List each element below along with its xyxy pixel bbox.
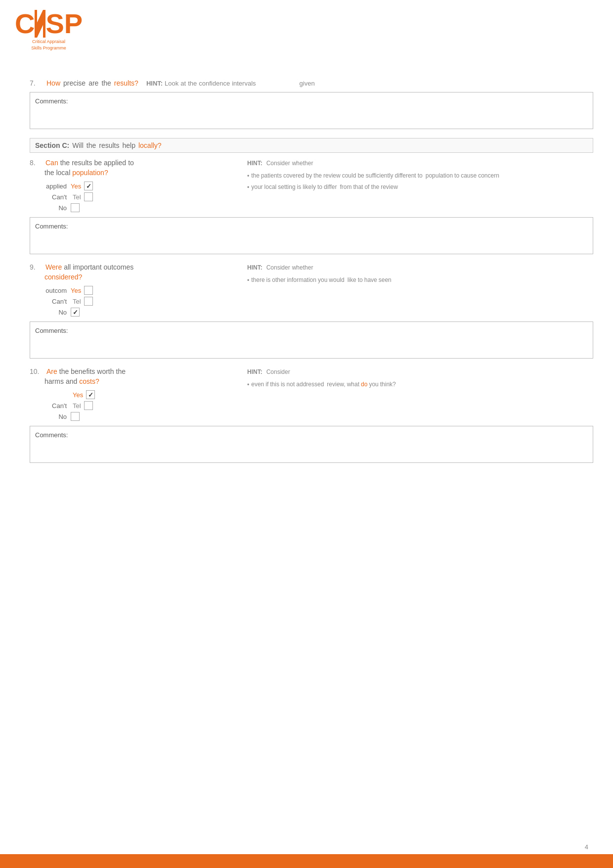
- q9-bullet1-text: there is other information you would lik…: [251, 275, 392, 285]
- q10-b1-not: not: [287, 380, 295, 389]
- q8-b2-setting: setting: [278, 183, 295, 192]
- q10-hint-header: HINT: Consider: [247, 367, 593, 377]
- page-footer: [0, 854, 613, 868]
- q10-bullet1-text: even if this is not addressed review, wh…: [251, 380, 396, 389]
- q10-b1-even: even: [251, 380, 264, 389]
- q9-cant-label: Can't: [40, 298, 67, 305]
- page-number: 4: [585, 843, 588, 851]
- q10-hint-block: HINT: Consider • even if this is not add…: [247, 367, 593, 391]
- logo-sp: SP: [45, 10, 83, 38]
- q8-applied-label: applied: [40, 183, 67, 190]
- q9-b1-there: there: [251, 275, 264, 285]
- q8-can: Can: [45, 159, 58, 167]
- q7-hint-look: Look: [165, 80, 178, 87]
- q10-cant-checkbox[interactable]: [84, 401, 93, 410]
- q9-b1-like: like: [348, 275, 356, 285]
- q10-row: 10. Are the benefits worth the harms and…: [30, 367, 593, 421]
- comments-box-4: Comments:: [30, 426, 593, 463]
- q8-b2-the: the: [371, 183, 379, 192]
- q8-yes-checkbox[interactable]: [84, 182, 93, 190]
- comments-label-4: Comments:: [35, 431, 68, 439]
- q8-the2: the: [44, 169, 54, 177]
- q8-cant-label: Can't: [40, 193, 67, 201]
- q10-bullet1: • even if this is not addressed review, …: [247, 380, 593, 390]
- q9-outcom-label: outcom: [40, 287, 67, 294]
- q9-hint-header: HINT: Consider whether: [247, 263, 593, 273]
- q8-bullet2: • your local setting is likely to differ…: [247, 183, 593, 192]
- q9-b1-information: information: [287, 275, 316, 285]
- q8-number: 8.: [30, 159, 44, 167]
- q10-yes-checkbox[interactable]: [86, 390, 95, 399]
- q8-b1-the: the: [251, 171, 260, 181]
- q10-left: 10. Are the benefits worth the harms and…: [30, 367, 237, 421]
- q8-question-line: 8. Can the results be applied to: [30, 159, 134, 167]
- comments-box-2: Comments:: [30, 217, 593, 254]
- q10-b1-this: this: [270, 380, 279, 389]
- q8-b1-be: be: [357, 171, 364, 181]
- q8-yes-option[interactable]: applied Yes: [40, 182, 93, 190]
- q8-bullet1-text: the patients covered by the review could…: [251, 171, 499, 181]
- q8-b1-concern: concern: [478, 171, 499, 181]
- q9-bullet1: • there is other information you would l…: [247, 275, 593, 285]
- q9-row: 9. Were all important outcomes considere…: [30, 263, 593, 317]
- q8-cant-tell-option[interactable]: Can't Tel: [40, 192, 93, 201]
- q8-b2-your: your: [251, 183, 263, 192]
- q10-no-option[interactable]: No: [40, 412, 95, 421]
- q8-b2-local: local: [264, 183, 277, 192]
- q7-hint-given: given: [300, 80, 315, 87]
- q10-benefits: benefits: [71, 367, 95, 375]
- q10-no-label: No: [40, 413, 67, 420]
- q8-b2-that: that: [353, 183, 363, 192]
- q9-cant-tell-option[interactable]: Can't Tel: [40, 297, 93, 306]
- q8-no-checkbox[interactable]: [71, 203, 80, 212]
- q8-population: population?: [72, 169, 108, 177]
- section-c-will: Will: [72, 141, 84, 149]
- q10-worth: worth: [97, 367, 114, 375]
- logo-area: C SP Critical Appraisal Skills Programme: [15, 10, 83, 51]
- main-content: 7. How precise are the results? HINT: Lo…: [30, 0, 593, 463]
- q8-hint-block: HINT: Consider whether • the patients co…: [247, 159, 593, 194]
- section-c-locally: locally?: [138, 141, 162, 149]
- q8-applied: applied: [104, 159, 126, 167]
- q9-outcomes: outcomes: [104, 263, 134, 271]
- q10-b1-is: is: [281, 380, 285, 389]
- q9-b1-have: have: [364, 275, 377, 285]
- q10-second-line: harms and costs?: [44, 377, 99, 385]
- q8-local: local: [56, 169, 70, 177]
- q10-b1-you2: you: [369, 380, 378, 389]
- q9-important: important: [73, 263, 101, 271]
- q7-hint-confidence: confidence: [199, 80, 230, 87]
- q9-no-option[interactable]: No: [40, 308, 93, 317]
- q10-cant-tell-option[interactable]: Can't Tel: [40, 401, 95, 410]
- q9-all: all: [64, 263, 71, 271]
- bullet-dot-2: •: [247, 183, 249, 192]
- q7-row: 7. How precise are the results? HINT: Lo…: [30, 79, 593, 87]
- q9-left: 9. Were all important outcomes considere…: [30, 263, 237, 317]
- q8-tel-label: Tel: [73, 193, 81, 201]
- q7-how: How: [46, 79, 60, 87]
- q10-no-checkbox[interactable]: [71, 412, 80, 421]
- q8-b2-review2: review: [381, 183, 398, 192]
- q10-the: the: [59, 367, 69, 375]
- q9-yes-option[interactable]: outcom Yes: [40, 286, 93, 295]
- q9-yes-checkbox[interactable]: [84, 286, 93, 295]
- hint-label-7: HINT:: [146, 80, 163, 87]
- q8-b2-of: of: [364, 183, 369, 192]
- q8-bullet1: • the patients covered by the review cou…: [247, 171, 593, 181]
- q9-hint-block: HINT: Consider whether • there is other …: [247, 263, 593, 287]
- q10-yes-option[interactable]: Yes: [40, 390, 95, 399]
- q8-left: 8. Can the results be applied to the loc…: [30, 159, 237, 212]
- q8-yes-label: Yes: [71, 183, 81, 190]
- q8-cant-checkbox[interactable]: [84, 192, 93, 201]
- q8-no-option[interactable]: No: [40, 203, 93, 212]
- q8-no-label: No: [40, 204, 67, 212]
- section-c-header: Section C: Will the results help locally…: [30, 138, 593, 153]
- q9-tel-label: Tel: [73, 298, 81, 305]
- q8-block: 8. Can the results be applied to the loc…: [30, 159, 593, 212]
- q8-row: 8. Can the results be applied to the loc…: [30, 159, 593, 212]
- q7-precise: precise: [63, 79, 86, 87]
- q9-block: 9. Were all important outcomes considere…: [30, 263, 593, 317]
- q9-cant-checkbox[interactable]: [84, 297, 93, 306]
- q9-no-checkbox[interactable]: [71, 308, 80, 317]
- section-c-help: help: [122, 141, 135, 149]
